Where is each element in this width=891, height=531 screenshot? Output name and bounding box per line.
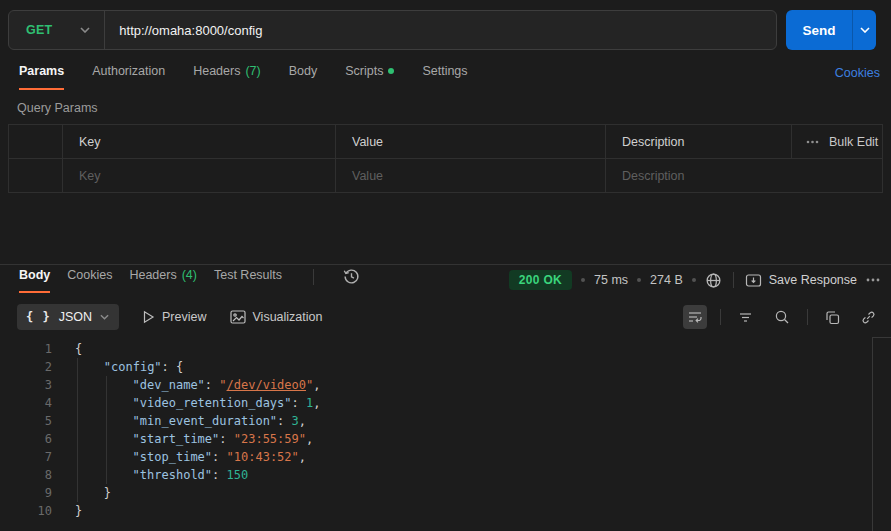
braces-icon: { }: [26, 310, 51, 324]
code-token: ": [219, 378, 226, 392]
value-input[interactable]: Value: [335, 159, 605, 192]
response-format-row: { } JSON Preview Visualization: [17, 303, 880, 331]
code-text: }: [75, 502, 82, 520]
line-number: 1: [0, 340, 52, 358]
green-dot-icon: [388, 68, 394, 74]
row-checkbox-cell[interactable]: [9, 159, 62, 192]
code-link[interactable]: /dev/video0: [227, 378, 306, 392]
format-select[interactable]: { } JSON: [17, 304, 119, 330]
globe-icon: [705, 272, 722, 289]
code-line: 6"start_time": "23:55:59",: [0, 430, 891, 448]
more-actions-button[interactable]: [866, 278, 880, 282]
separator-dot: [637, 278, 641, 282]
code-line: 2"config": {: [0, 358, 891, 376]
code-token: ,: [299, 414, 306, 428]
code-token: :: [292, 396, 306, 410]
cookies-link[interactable]: Cookies: [835, 66, 880, 80]
play-icon: [142, 310, 155, 324]
code-token: "23:55:59": [234, 432, 306, 446]
tab-body[interactable]: Body: [289, 62, 318, 90]
response-history-button[interactable]: [343, 268, 360, 285]
preview-button[interactable]: Preview: [142, 310, 206, 324]
response-tabs: BodyCookiesHeaders(4)Test Results: [19, 268, 360, 295]
code-token: :: [219, 432, 233, 446]
indent-guide: [77, 412, 78, 430]
send-button[interactable]: Send: [786, 10, 852, 50]
code-line-content: "threshold": 150: [75, 466, 891, 484]
code-line: 7"stop_time": "10:43:52",: [0, 448, 891, 466]
indent-guide: [77, 376, 78, 394]
tab-count-badge: (7): [245, 64, 260, 78]
indent-guide: [106, 376, 107, 394]
code-text: "video_retention_days": 1,: [75, 394, 320, 412]
tab-scripts[interactable]: Scripts: [345, 62, 394, 90]
method-select[interactable]: GET: [9, 11, 104, 49]
code-token: "10:43:52": [227, 450, 299, 464]
line-number: 2: [0, 358, 52, 376]
code-token: }: [75, 504, 82, 518]
url-input[interactable]: [105, 11, 776, 49]
code-text: }: [75, 484, 111, 502]
indent-guide: [106, 430, 107, 448]
indent-guide: [106, 394, 107, 412]
line-number: 4: [0, 394, 52, 412]
code-text: {: [75, 340, 82, 358]
tab-authorization[interactable]: Authorization: [92, 62, 165, 90]
network-info-button[interactable]: [705, 272, 722, 289]
tab-settings[interactable]: Settings: [422, 62, 467, 90]
tab-label: Authorization: [92, 64, 165, 78]
code-text: "stop_time": "10:43:52",: [75, 448, 306, 466]
indent-guide: [77, 358, 78, 376]
separator-dot: [692, 278, 696, 282]
value-column-header: Value: [335, 125, 605, 158]
send-options-button[interactable]: [852, 10, 876, 50]
separator-dot: [581, 278, 585, 282]
link-icon: [861, 310, 876, 325]
chevron-down-icon: [80, 27, 90, 33]
description-input[interactable]: Description: [605, 159, 791, 192]
indent-guide: [77, 484, 78, 502]
code-token: ,: [306, 432, 313, 446]
code-text: "min_event_duration": 3,: [75, 412, 306, 430]
response-tab-test-results[interactable]: Test Results: [214, 268, 282, 293]
request-tabs: ParamsAuthorizationHeaders(7)BodyScripts…: [19, 62, 771, 90]
word-wrap-button[interactable]: [683, 305, 707, 329]
tab-headers[interactable]: Headers(7): [193, 62, 261, 90]
indent-guide: [77, 430, 78, 448]
response-size: 274 B: [650, 273, 683, 287]
response-tab-cookies[interactable]: Cookies: [67, 268, 112, 293]
response-meta: 200 OK 75 ms 274 B Save Response: [509, 270, 880, 290]
code-text: "start_time": "23:55:59",: [75, 430, 313, 448]
tab-label: Params: [19, 64, 64, 78]
line-number: 6: [0, 430, 52, 448]
search-button[interactable]: [770, 305, 794, 329]
code-line-content: "min_event_duration": 3,: [75, 412, 891, 430]
response-body-code: 1{2"config": {3"dev_name": "/dev/video0"…: [0, 338, 891, 531]
tab-params[interactable]: Params: [19, 62, 64, 90]
code-line: 1{: [0, 340, 891, 358]
indent-guide: [77, 448, 78, 466]
save-response-button[interactable]: Save Response: [745, 273, 857, 288]
visualization-button[interactable]: Visualization: [230, 310, 323, 324]
key-input[interactable]: Key: [62, 159, 335, 192]
code-line: 9}: [0, 484, 891, 502]
response-tab-body[interactable]: Body: [19, 268, 50, 293]
line-number: 10: [0, 502, 52, 520]
code-line-content: "start_time": "23:55:59",: [75, 430, 891, 448]
code-token: "dev_name": [133, 378, 205, 392]
bulk-edit-button[interactable]: Bulk Edit: [791, 125, 882, 158]
code-token: 3: [292, 414, 299, 428]
filter-button[interactable]: [734, 306, 757, 328]
indent-guide: [77, 466, 78, 484]
filter-icon: [738, 310, 753, 324]
table-header-row: Key Value Description Bulk Edit: [9, 125, 882, 159]
line-number: 3: [0, 376, 52, 394]
code-scrollbar-track[interactable]: [872, 337, 891, 531]
code-text: "config": {: [75, 358, 183, 376]
code-token: "stop_time": [133, 450, 212, 464]
link-button[interactable]: [857, 306, 880, 329]
code-line-content: "config": {: [75, 358, 891, 376]
checkbox-column-header: [9, 125, 62, 158]
response-tab-headers[interactable]: Headers(4): [129, 268, 197, 293]
copy-button[interactable]: [821, 306, 844, 329]
